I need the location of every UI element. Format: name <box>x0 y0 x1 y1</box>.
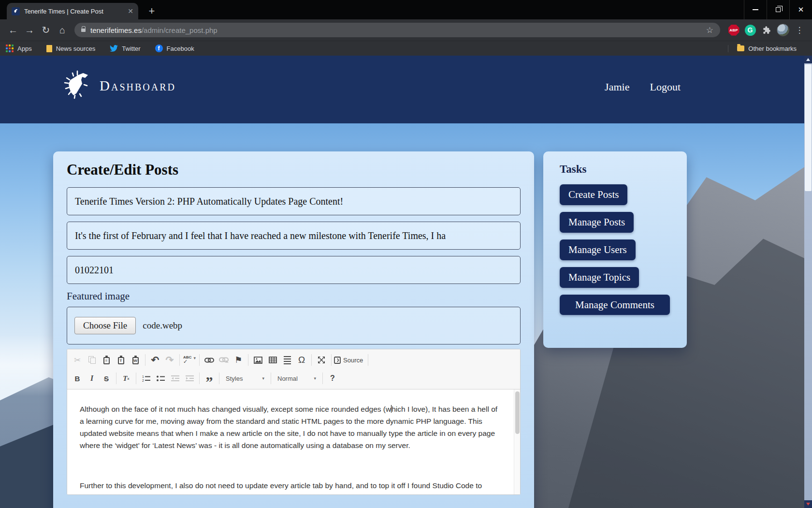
scroll-down-arrow[interactable] <box>804 500 812 508</box>
bookmark-news-sources[interactable]: News sources <box>46 45 96 52</box>
bookmark-label: Facebook <box>167 45 194 52</box>
editor-scrollbar[interactable] <box>514 389 520 494</box>
browser-tab[interactable]: Tenerife Times | Create Post ✕ <box>7 3 138 19</box>
back-button[interactable]: ← <box>5 22 21 38</box>
home-button[interactable]: ⌂ <box>54 22 71 38</box>
bookmark-star-icon[interactable]: ☆ <box>706 25 713 35</box>
blockquote-icon[interactable]: ” <box>202 374 217 389</box>
close-icon: ✕ <box>798 5 804 14</box>
tab-close-icon[interactable]: ✕ <box>128 7 133 15</box>
manage-comments-button[interactable]: Manage Comments <box>560 295 670 315</box>
increase-indent-icon[interactable] <box>182 371 197 386</box>
facebook-icon: f <box>155 45 163 52</box>
ordered-list-icon[interactable]: 12 <box>139 371 153 386</box>
post-description-input[interactable]: It's the first of February and I feel th… <box>67 222 521 250</box>
paste-plain-text-icon[interactable]: T <box>114 353 128 367</box>
source-icon[interactable] <box>334 353 341 367</box>
window-controls: ✕ <box>744 0 812 19</box>
adblock-extension-button[interactable]: ABP <box>726 22 741 38</box>
remove-format-icon[interactable]: Tx <box>119 371 133 386</box>
manage-topics-button[interactable]: Manage Topics <box>560 267 639 288</box>
page-scrollbar[interactable] <box>804 56 812 508</box>
source-label[interactable]: Source <box>343 357 363 364</box>
scroll-up-arrow[interactable] <box>804 56 812 63</box>
toolbar-row-2: B I S Tx 12 <box>70 369 517 388</box>
browser-titlebar: Tenerife Times | Create Post ✕ + ✕ <box>0 0 812 19</box>
italic-icon[interactable]: I <box>85 371 99 386</box>
grammarly-extension-button[interactable]: G <box>742 22 758 38</box>
puzzle-icon <box>762 26 771 35</box>
browser-toolbar: ← → ↻ ⌂ tenerifetimes.es /admin/create_p… <box>0 19 812 41</box>
site-logo[interactable]: Dashboard <box>62 70 176 101</box>
redo-icon[interactable]: ↷ <box>162 353 177 367</box>
manage-posts-button[interactable]: Manage Posts <box>560 212 634 233</box>
tab-title: Tenerife Times | Create Post <box>24 8 125 15</box>
close-button[interactable]: ✕ <box>789 0 812 19</box>
document-icon <box>46 45 52 52</box>
editor-paragraph: Further to this development, I also do n… <box>80 479 501 494</box>
forward-button[interactable]: → <box>21 22 38 38</box>
manage-users-button[interactable]: Manage Users <box>560 239 636 260</box>
bookmark-apps[interactable]: Apps <box>6 45 32 52</box>
minimize-icon <box>753 9 758 10</box>
editor-paragraph: Although on the face of it not much has … <box>80 403 501 451</box>
strikethrough-icon[interactable]: S <box>99 371 114 386</box>
url-path: /admin/create_post.php <box>142 26 218 34</box>
nav-user-link[interactable]: Jamie <box>605 81 629 93</box>
spellcheck-icon[interactable]: ABC✓▾ <box>182 353 197 367</box>
styles-dropdown-label: Styles <box>226 375 261 382</box>
profile-button[interactable] <box>775 22 791 38</box>
styles-dropdown[interactable]: Styles ▾ <box>222 372 268 385</box>
copy-icon[interactable] <box>85 353 99 367</box>
editor-content-area[interactable]: Although on the face of it not much has … <box>67 389 520 494</box>
other-bookmarks-label: Other bookmarks <box>748 45 797 52</box>
about-help-icon[interactable]: ? <box>325 371 340 386</box>
create-edit-posts-card: Create/Edit Posts Tenerife Times Version… <box>53 151 534 508</box>
chevron-down-icon: ▾ <box>314 376 316 381</box>
featured-image-label: Featured image <box>67 290 521 302</box>
bookmark-label: News sources <box>56 45 96 52</box>
insert-image-icon[interactable] <box>251 353 265 367</box>
editor-scrollbar-thumb[interactable] <box>515 391 520 434</box>
bookmarks-bar: Apps News sources Twitter f Facebook Oth… <box>0 41 812 56</box>
lock-icon[interactable] <box>81 29 86 32</box>
apps-grid-icon <box>6 45 14 52</box>
page-scrollbar-thumb[interactable] <box>805 64 812 191</box>
create-posts-button[interactable]: Create Posts <box>560 184 627 205</box>
link-icon[interactable] <box>202 353 217 367</box>
insert-table-icon[interactable] <box>265 353 280 367</box>
minimize-button[interactable] <box>744 0 767 19</box>
selected-file-name: code.webp <box>143 320 182 331</box>
anchor-flag-icon[interactable]: ⚑ <box>231 353 246 367</box>
cut-icon[interactable]: ✂ <box>70 353 85 367</box>
decrease-indent-icon[interactable] <box>168 371 182 386</box>
browser-menu-button[interactable]: ⋮ <box>792 22 807 38</box>
bulleted-list-icon[interactable] <box>153 371 168 386</box>
extensions-button[interactable] <box>759 22 774 38</box>
unlink-icon[interactable] <box>217 353 231 367</box>
format-dropdown[interactable]: Normal ▾ <box>274 372 320 385</box>
other-bookmarks[interactable]: Other bookmarks <box>728 45 797 52</box>
maximize-icon[interactable] <box>314 353 329 367</box>
nav-logout-link[interactable]: Logout <box>650 81 681 93</box>
address-bar[interactable]: tenerifetimes.es /admin/create_post.php … <box>74 23 720 37</box>
reload-button[interactable]: ↻ <box>38 22 54 38</box>
format-dropdown-label: Normal <box>277 375 313 382</box>
new-tab-button[interactable]: + <box>145 5 159 17</box>
horizontal-rule-icon[interactable] <box>280 353 294 367</box>
post-date-input[interactable]: 01022101 <box>67 256 521 284</box>
undo-icon[interactable]: ↶ <box>148 353 162 367</box>
bookmark-twitter[interactable]: Twitter <box>110 45 140 52</box>
editor-toolbar: ✂ ≡ T W ↶ ↷ ABC✓▾ <box>67 349 520 389</box>
bold-icon[interactable]: B <box>70 371 85 386</box>
bookmark-label: Twitter <box>122 45 140 52</box>
paste-icon[interactable]: ≡ <box>99 353 114 367</box>
folder-icon <box>737 45 744 51</box>
special-character-icon[interactable]: Ω <box>294 353 309 367</box>
choose-file-button[interactable]: Choose File <box>74 317 136 334</box>
post-title-input[interactable]: Tenerife Times Version 2: PHP Automatica… <box>67 187 521 215</box>
paste-from-word-icon[interactable]: W <box>128 353 143 367</box>
bookmark-facebook[interactable]: f Facebook <box>155 45 194 52</box>
tenerife-island-icon <box>62 70 93 101</box>
restore-button[interactable] <box>767 0 789 19</box>
